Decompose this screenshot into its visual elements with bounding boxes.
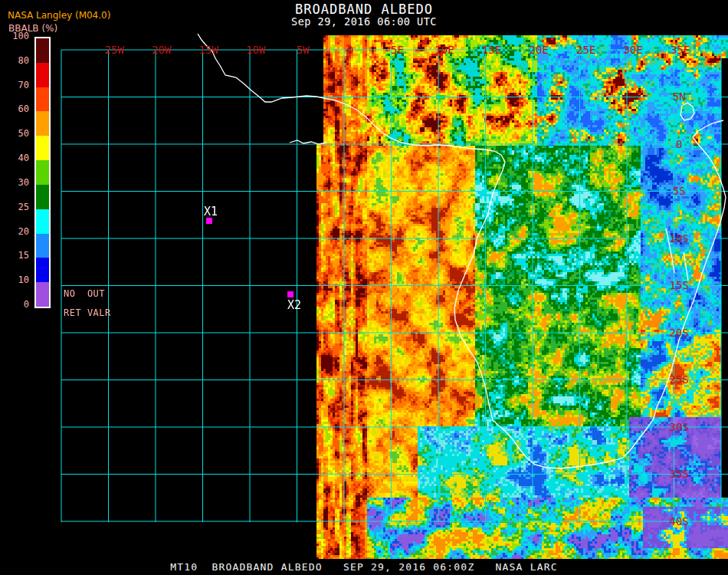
lon-label: 0	[347, 44, 353, 56]
lat-label: 30S	[669, 421, 688, 433]
lat-label: 20S	[669, 327, 688, 339]
site-marker	[287, 291, 293, 297]
no-retrieval-note: NO OUT RET VALR	[64, 284, 111, 322]
albedo-viewer: { "header": { "title": "BROADBAND ALBEDO…	[0, 0, 728, 575]
site-marker-label: X1	[204, 205, 218, 219]
site-marker	[206, 218, 212, 224]
coastline	[290, 140, 326, 144]
lon-label: 30E	[623, 44, 642, 56]
lat-label: 25S	[669, 373, 688, 386]
status-text: MT10 BROADBAND ALBEDO SEP 29, 2016 06:00…	[0, 560, 728, 575]
coastline	[680, 103, 694, 120]
lon-label: 35E	[671, 44, 690, 56]
lat-label: 40S	[669, 515, 688, 527]
site-marker-label: X2	[287, 298, 301, 312]
lat-label: 10S	[669, 232, 688, 245]
lon-label: 5E	[391, 44, 404, 56]
lat-label: 35S	[669, 468, 688, 480]
lat-label: 5S	[673, 185, 686, 197]
lat-label: 0	[676, 138, 682, 150]
lon-label: 15E	[482, 44, 501, 56]
lon-label: 10E	[435, 44, 454, 56]
status-bar: MT10 BROADBAND ALBEDO SEP 29, 2016 06:00…	[0, 560, 728, 575]
lat-label: 5N	[673, 90, 686, 103]
lon-label: 20W	[152, 44, 172, 56]
lon-label: 15W	[199, 44, 219, 56]
coastline	[684, 252, 688, 281]
lon-label: 10W	[246, 44, 266, 56]
coastline	[198, 34, 726, 468]
lon-label: 25W	[105, 44, 125, 56]
lat-label: 15S	[669, 279, 688, 291]
lon-label: 5W	[297, 44, 310, 56]
lon-label: 25E	[576, 44, 595, 56]
lon-label: 20E	[529, 44, 548, 56]
